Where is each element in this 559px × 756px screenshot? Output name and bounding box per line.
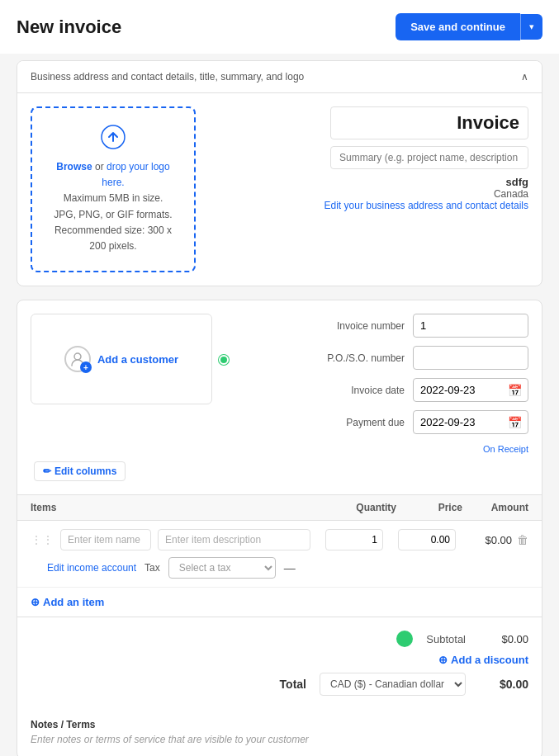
item-name-desc: ⋮⋮ bbox=[31, 529, 310, 550]
tax-label: Tax bbox=[144, 562, 160, 574]
price-input[interactable] bbox=[398, 529, 456, 550]
header-actions: Save and continue ▾ bbox=[396, 13, 542, 40]
col-quantity-label: Quantity bbox=[330, 502, 396, 513]
page-title: New invoice bbox=[17, 17, 121, 38]
invoice-summary-input[interactable] bbox=[330, 146, 528, 169]
chevron-up-icon: ∧ bbox=[521, 71, 528, 83]
invoice-details-body: + Add a customer Invoice number bbox=[17, 300, 542, 494]
invoice-title-area: sdfg Canada Edit your business address a… bbox=[212, 106, 528, 211]
po-number-label: P.O./S.O. number bbox=[327, 352, 405, 364]
payment-due-wrapper: 📅 bbox=[413, 410, 528, 434]
business-country: Canada bbox=[325, 188, 528, 200]
item-row-sub: Edit income account Tax Select a tax — bbox=[31, 557, 528, 579]
payment-due-label: Payment due bbox=[339, 417, 405, 428]
invoice-date-wrapper: 📅 bbox=[413, 378, 528, 402]
tax-select[interactable]: Select a tax bbox=[168, 557, 276, 579]
po-number-input[interactable] bbox=[413, 346, 528, 370]
notes-placeholder: Enter notes or terms of service that are… bbox=[31, 734, 528, 745]
tax-dash: — bbox=[284, 561, 296, 574]
col-price-label: Price bbox=[396, 502, 462, 513]
green-circle bbox=[396, 631, 413, 647]
total-label: Total bbox=[280, 678, 306, 691]
total-amount: $0.00 bbox=[479, 678, 528, 691]
add-item-button[interactable]: ⊕ Add an item bbox=[31, 596, 104, 608]
invoice-number-input[interactable] bbox=[413, 314, 528, 338]
quantity-input[interactable] bbox=[325, 529, 383, 550]
total-final-row: Total CAD ($) - Canadian dollar USD ($) … bbox=[31, 673, 528, 696]
business-info: sdfg Canada Edit your business address a… bbox=[325, 176, 528, 211]
item-row-main: ⋮⋮ $0.00 🗑 bbox=[31, 529, 528, 550]
notes-section: Notes / Terms Enter notes or terms of se… bbox=[17, 709, 542, 756]
invoice-number-label: Invoice number bbox=[337, 320, 405, 332]
business-card: Business address and contact details, ti… bbox=[17, 60, 542, 286]
upload-text: Browse or drop your logo here. Maximum 5… bbox=[49, 159, 178, 254]
col-items-label: Items bbox=[31, 502, 330, 513]
discount-row: ⊕ Add a discount bbox=[31, 654, 528, 666]
calendar-due-icon: 📅 bbox=[508, 416, 522, 429]
add-badge: + bbox=[80, 361, 92, 373]
add-customer-label: Add a customer bbox=[97, 353, 178, 366]
item-desc-input[interactable] bbox=[158, 529, 310, 550]
items-table-header: Items Quantity Price Amount bbox=[17, 494, 542, 521]
currency-select[interactable]: CAD ($) - Canadian dollar USD ($) - US d… bbox=[320, 673, 466, 696]
price-cell bbox=[390, 529, 456, 550]
on-receipt-text: On Receipt bbox=[483, 444, 528, 454]
business-section-body: Browse or drop your logo here. Maximum 5… bbox=[17, 93, 542, 286]
invoice-top-row: + Add a customer Invoice number bbox=[31, 314, 528, 455]
po-number-row: P.O./S.O. number bbox=[245, 346, 528, 370]
main-content: Business address and contact details, ti… bbox=[0, 54, 559, 756]
save-continue-button[interactable]: Save and continue bbox=[396, 13, 520, 40]
qty-cell bbox=[317, 529, 383, 550]
item-name-input[interactable] bbox=[60, 529, 151, 550]
invoice-date-label: Invoice date bbox=[339, 385, 405, 396]
save-continue-dropdown[interactable]: ▾ bbox=[520, 14, 542, 40]
edit-columns-button[interactable]: ✏ Edit columns bbox=[34, 461, 126, 481]
amount-value: $0.00 bbox=[485, 534, 512, 546]
payment-due-row: Payment due 📅 bbox=[245, 410, 528, 434]
page-header: New invoice Save and continue ▾ bbox=[0, 0, 559, 54]
drag-handle-icon[interactable]: ⋮⋮ bbox=[31, 533, 54, 546]
totals-with-circle bbox=[396, 631, 413, 647]
invoice-number-row: Invoice number bbox=[245, 314, 528, 338]
customer-avatar-wrapper: + bbox=[64, 346, 91, 372]
add-item-row: ⊕ Add an item bbox=[17, 588, 542, 617]
discount-plus-icon: ⊕ bbox=[438, 654, 448, 666]
edit-business-link[interactable]: Edit your business address and contact d… bbox=[325, 200, 528, 211]
customer-avatar-icon: + bbox=[64, 346, 91, 372]
pencil-icon: ✏ bbox=[43, 465, 51, 477]
browse-link[interactable]: Browse bbox=[56, 161, 92, 172]
totals-section: Subtotal $0.00 ⊕ Add a discount Total CA… bbox=[17, 617, 542, 709]
business-name: sdfg bbox=[325, 176, 528, 188]
business-section-label: Business address and contact details, ti… bbox=[31, 71, 304, 83]
add-discount-button[interactable]: ⊕ Add a discount bbox=[438, 654, 528, 666]
edit-income-account-link[interactable]: Edit income account bbox=[47, 562, 136, 574]
add-customer-content: + Add a customer bbox=[64, 346, 178, 372]
customer-status-dot bbox=[219, 355, 229, 365]
invoice-date-row: Invoice date 📅 bbox=[245, 378, 528, 402]
svg-point-1 bbox=[74, 353, 81, 360]
invoice-details-card: + Add a customer Invoice number bbox=[17, 300, 542, 756]
item-row: ⋮⋮ $0.00 🗑 Edit income account Tax bbox=[17, 521, 542, 588]
add-discount-label: Add a discount bbox=[451, 654, 528, 666]
subtotal-row: Subtotal $0.00 bbox=[31, 631, 528, 647]
notes-label: Notes / Terms bbox=[31, 719, 528, 730]
add-item-label: Add an item bbox=[43, 596, 104, 608]
col-amount-label: Amount bbox=[462, 502, 528, 513]
add-customer-area[interactable]: + Add a customer bbox=[31, 314, 212, 404]
edit-columns-area: ✏ Edit columns bbox=[31, 455, 528, 481]
plus-circle-icon: ⊕ bbox=[31, 596, 40, 608]
invoice-title-input[interactable] bbox=[330, 106, 528, 139]
subtotal-label: Subtotal bbox=[426, 633, 466, 645]
delete-item-icon[interactable]: 🗑 bbox=[517, 533, 528, 546]
subtotal-value: $0.00 bbox=[479, 633, 528, 645]
calendar-icon: 📅 bbox=[508, 384, 522, 397]
amount-cell: $0.00 🗑 bbox=[462, 533, 528, 546]
invoice-fields: Invoice number P.O./S.O. number Invoice … bbox=[245, 314, 528, 455]
logo-upload-area[interactable]: Browse or drop your logo here. Maximum 5… bbox=[31, 106, 196, 272]
business-section-header[interactable]: Business address and contact details, ti… bbox=[17, 61, 542, 93]
on-receipt-row: On Receipt bbox=[245, 442, 528, 455]
upload-icon bbox=[101, 125, 126, 154]
